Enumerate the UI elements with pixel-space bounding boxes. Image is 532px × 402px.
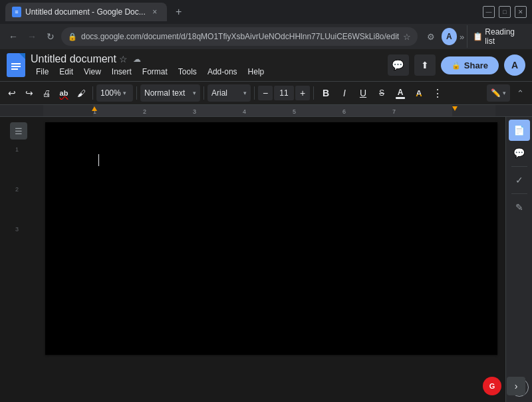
lock-icon: 🔒 bbox=[68, 33, 77, 41]
maximize-button[interactable]: □ bbox=[499, 6, 511, 18]
scroll-right-button[interactable]: › bbox=[507, 377, 525, 395]
fmt-separator-1 bbox=[92, 86, 93, 100]
paint-format-button[interactable]: 🖌 bbox=[73, 84, 89, 102]
share-label: Share bbox=[464, 60, 488, 70]
zoom-value: 100% bbox=[100, 88, 121, 98]
fmt-separator-5 bbox=[313, 86, 314, 100]
menu-file[interactable]: File bbox=[31, 66, 54, 78]
reading-list-label: Reading list bbox=[485, 27, 521, 46]
spell-check-button[interactable]: ab bbox=[56, 84, 72, 102]
tab-favicon: ≡ bbox=[12, 7, 21, 17]
comments-button[interactable]: 💬 bbox=[388, 54, 409, 76]
url-bar[interactable]: 🔒 docs.google.com/document/d/18qMO1TfiyX… bbox=[61, 27, 418, 46]
font-size-minus[interactable]: − bbox=[258, 86, 273, 100]
panel-separator-1 bbox=[511, 166, 527, 167]
present-button[interactable]: ⬆ bbox=[414, 54, 436, 76]
menu-format[interactable]: Format bbox=[137, 66, 173, 78]
new-tab-button[interactable]: + bbox=[171, 4, 187, 20]
pen-edit-button[interactable]: ✏️ ▾ bbox=[487, 84, 510, 102]
pen-dropdown-arrow: ▾ bbox=[503, 90, 506, 96]
redo-button[interactable]: ↪ bbox=[21, 84, 37, 102]
browser-tab[interactable]: ≡ Untitled document - Google Doc... × bbox=[5, 3, 167, 21]
fmt-separator-4 bbox=[254, 86, 255, 100]
title-star-icon[interactable]: ☆ bbox=[119, 54, 128, 64]
forward-button[interactable]: → bbox=[24, 28, 40, 45]
menu-edit[interactable]: Edit bbox=[54, 66, 78, 78]
font-dropdown[interactable]: Arial ▾ bbox=[207, 84, 251, 102]
font-size-value[interactable]: 11 bbox=[274, 86, 294, 100]
fmt-separator-2 bbox=[136, 86, 137, 100]
panel-btn-4[interactable]: ✎ bbox=[509, 197, 530, 218]
menu-bar: File Edit View Insert Format Tools Add-o… bbox=[31, 66, 269, 78]
strikethrough-button[interactable]: S bbox=[373, 84, 390, 102]
collapse-toolbar-button[interactable]: ⌃ bbox=[512, 85, 528, 101]
document-title[interactable]: Untitled document bbox=[31, 53, 116, 65]
tab-title: Untitled document - Google Doc... bbox=[25, 7, 146, 17]
bold-button[interactable]: B bbox=[317, 84, 334, 102]
font-arrow-icon: ▾ bbox=[243, 90, 247, 96]
zoom-arrow-icon: ▾ bbox=[123, 90, 126, 96]
menu-help[interactable]: Help bbox=[243, 66, 270, 78]
extensions-btn[interactable]: ⚙ bbox=[423, 28, 438, 45]
font-size-plus[interactable]: + bbox=[295, 86, 310, 100]
reload-button[interactable]: ↻ bbox=[43, 28, 59, 45]
text-color-button[interactable]: A bbox=[392, 84, 409, 102]
print-button[interactable]: 🖨 bbox=[39, 84, 55, 102]
tab-close-btn[interactable]: × bbox=[150, 7, 160, 17]
style-value: Normal text bbox=[144, 88, 185, 98]
document-page[interactable] bbox=[45, 122, 497, 355]
fmt-separator-3 bbox=[203, 86, 204, 100]
left-sidebar: ☰ 1 2 3 bbox=[0, 117, 37, 402]
ruler: 1 2 3 4 5 6 7 bbox=[0, 105, 532, 117]
cloud-save-icon: ☁ bbox=[133, 54, 141, 64]
font-value: Arial bbox=[211, 88, 227, 98]
back-button[interactable]: ← bbox=[5, 28, 21, 45]
share-button[interactable]: 🔒 Share bbox=[441, 56, 499, 74]
extensions-more[interactable]: » bbox=[460, 32, 464, 42]
url-text: docs.google.com/document/d/18qMO1TfiyXsb… bbox=[81, 32, 399, 41]
docs-header: Untitled document ☆ ☁ File Edit View Ins… bbox=[0, 49, 532, 81]
style-arrow-icon: ▾ bbox=[193, 90, 196, 96]
profile-btn[interactable]: A bbox=[442, 28, 457, 45]
close-button[interactable]: ✕ bbox=[515, 6, 527, 18]
menu-addons[interactable]: Add-ons bbox=[202, 66, 243, 78]
underline-button[interactable]: U bbox=[354, 84, 372, 102]
italic-button[interactable]: I bbox=[336, 84, 353, 102]
undo-button[interactable]: ↩ bbox=[4, 84, 20, 102]
user-avatar[interactable]: A bbox=[504, 54, 525, 76]
zoom-dropdown[interactable]: 100% ▾ bbox=[96, 84, 133, 102]
menu-view[interactable]: View bbox=[78, 66, 106, 78]
more-options-button[interactable]: ⋮ bbox=[429, 84, 446, 102]
docs-logo-icon[interactable] bbox=[7, 53, 25, 77]
minimize-button[interactable]: — bbox=[483, 6, 495, 18]
text-cursor bbox=[98, 154, 99, 166]
panel-btn-1[interactable]: 📄 bbox=[509, 120, 530, 141]
outline-icon-button[interactable]: ☰ bbox=[10, 122, 27, 140]
menu-tools[interactable]: Tools bbox=[173, 66, 202, 78]
style-dropdown[interactable]: Normal text ▾ bbox=[140, 84, 200, 102]
formatting-toolbar: ↩ ↪ 🖨 ab 🖌 100% ▾ Normal text ▾ Arial ▾ … bbox=[0, 81, 532, 105]
reading-list-button[interactable]: 📋 Reading list bbox=[467, 25, 527, 48]
pen-icon: ✏️ bbox=[491, 88, 501, 98]
menu-insert[interactable]: Insert bbox=[106, 66, 137, 78]
main-area: ☰ 1 2 3 📄 💬 ✓ ✎ + bbox=[0, 117, 532, 402]
right-panel: 📄 💬 ✓ ✎ + bbox=[505, 117, 532, 402]
grammarly-badge[interactable]: G bbox=[483, 377, 501, 395]
bookmark-star-icon: ☆ bbox=[403, 32, 411, 42]
panel-btn-2[interactable]: 💬 bbox=[509, 142, 530, 163]
document-canvas[interactable] bbox=[37, 117, 505, 402]
highlight-button[interactable]: A bbox=[410, 84, 428, 102]
panel-btn-3[interactable]: ✓ bbox=[509, 169, 530, 191]
panel-separator-2 bbox=[511, 193, 527, 194]
reading-list-icon: 📋 bbox=[473, 32, 483, 41]
address-bar: ← → ↻ 🔒 docs.google.com/document/d/18qMO… bbox=[0, 24, 532, 49]
share-lock-icon: 🔒 bbox=[452, 61, 461, 70]
